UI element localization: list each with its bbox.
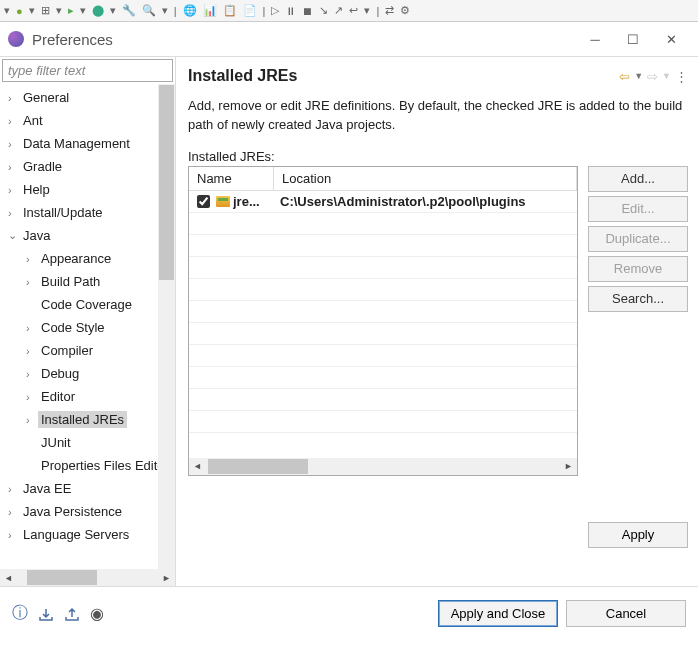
tree-item[interactable]: ›Editor [4, 385, 175, 408]
table-scrollbar-horizontal[interactable]: ◄ ► [189, 458, 577, 475]
jre-checkbox[interactable] [197, 195, 210, 208]
page-title: Installed JREs [188, 67, 619, 85]
record-icon[interactable]: ◉ [90, 604, 104, 623]
tree-item[interactable]: Code Coverage [4, 293, 175, 316]
tree-item-label: General [20, 89, 72, 106]
caret-right-icon[interactable]: › [8, 529, 20, 541]
table-label: Installed JREs: [188, 149, 688, 164]
tree-item-label: Editor [38, 388, 78, 405]
table-row [189, 345, 577, 367]
tree-item[interactable]: ›Data Management [4, 132, 175, 155]
tree-item[interactable]: ›Compiler [4, 339, 175, 362]
tree-item-label: Code Style [38, 319, 108, 336]
caret-right-icon[interactable]: › [26, 345, 38, 357]
remove-button[interactable]: Remove [588, 256, 688, 282]
table-row [189, 279, 577, 301]
column-header-location[interactable]: Location [274, 167, 577, 191]
tree-item[interactable]: ›General [4, 86, 175, 109]
tree-item-label: Appearance [38, 250, 114, 267]
table-row [189, 213, 577, 235]
tree-item-label: Language Servers [20, 526, 132, 543]
tree-item[interactable]: ›Install/Update [4, 201, 175, 224]
tree-item-label: Compiler [38, 342, 96, 359]
search-button[interactable]: Search... [588, 286, 688, 312]
maximize-button[interactable]: ☐ [614, 25, 652, 53]
tree-item[interactable]: ›Help [4, 178, 175, 201]
tree-item[interactable]: Properties Files Editor [4, 454, 175, 477]
tree-item-label: Data Management [20, 135, 133, 152]
tree-item[interactable]: ›Installed JREs [4, 408, 175, 431]
back-dropdown-icon[interactable]: ▼ [634, 71, 643, 81]
cancel-button[interactable]: Cancel [566, 600, 686, 627]
tree-item-label: Java [20, 227, 53, 244]
duplicate-button[interactable]: Duplicate... [588, 226, 688, 252]
tree-item[interactable]: ›Ant [4, 109, 175, 132]
table-row [189, 257, 577, 279]
tree-item-label: Ant [20, 112, 46, 129]
jre-icon [216, 196, 230, 207]
tree-item[interactable]: ›Appearance [4, 247, 175, 270]
tree-item[interactable]: JUnit [4, 431, 175, 454]
tree-item-label: Help [20, 181, 53, 198]
tree-item[interactable]: ⌄Java [4, 224, 175, 247]
close-button[interactable]: ✕ [652, 25, 690, 53]
forward-dropdown-icon: ▼ [662, 71, 671, 81]
apply-button[interactable]: Apply [588, 522, 688, 548]
jre-table[interactable]: Name Location jre...C:\Users\Administrat… [188, 166, 578, 476]
menu-icon[interactable]: ⋮ [675, 69, 688, 84]
tree-item[interactable]: ›Gradle [4, 155, 175, 178]
preferences-tree[interactable]: ›General›Ant›Data Management›Gradle›Help… [0, 84, 175, 546]
forward-icon: ⇨ [647, 69, 658, 84]
caret-right-icon[interactable]: › [26, 368, 38, 380]
ide-toolbar: ▾●▾⊞▾ ▸▾⬤▾ 🔧🔍▾| 🌐📊📋📄| ▷⏸⏹↘↗↩▾| ⇄⚙ [0, 0, 698, 22]
caret-right-icon[interactable]: › [8, 92, 20, 104]
tree-item[interactable]: ›Debug [4, 362, 175, 385]
caret-down-icon[interactable]: ⌄ [8, 229, 20, 242]
eclipse-icon [8, 31, 24, 47]
caret-right-icon[interactable]: › [26, 414, 38, 426]
caret-right-icon[interactable]: › [26, 391, 38, 403]
back-icon[interactable]: ⇦ [619, 69, 630, 84]
tree-item-label: Java EE [20, 480, 74, 497]
caret-right-icon[interactable]: › [8, 115, 20, 127]
caret-right-icon[interactable]: › [8, 184, 20, 196]
tree-item[interactable]: ›Java EE [4, 477, 175, 500]
caret-right-icon[interactable]: › [8, 207, 20, 219]
tree-item-label: Properties Files Editor [38, 457, 172, 474]
tree-item[interactable]: ›Build Path [4, 270, 175, 293]
caret-right-icon[interactable]: › [8, 483, 20, 495]
apply-close-button[interactable]: Apply and Close [438, 600, 558, 627]
tree-item-label: Install/Update [20, 204, 106, 221]
jre-name: jre... [233, 194, 260, 209]
caret-right-icon[interactable]: › [8, 138, 20, 150]
tree-item[interactable]: ›Code Style [4, 316, 175, 339]
import-icon[interactable] [38, 607, 54, 621]
caret-right-icon[interactable]: › [8, 161, 20, 173]
add-button[interactable]: Add... [588, 166, 688, 192]
tree-item[interactable]: ›Language Servers [4, 523, 175, 546]
table-row [189, 301, 577, 323]
edit-button[interactable]: Edit... [588, 196, 688, 222]
tree-item-label: Code Coverage [38, 296, 135, 313]
caret-right-icon[interactable]: › [26, 253, 38, 265]
tree-scrollbar-horizontal[interactable]: ◄ ► [0, 569, 175, 586]
export-icon[interactable] [64, 607, 80, 621]
caret-right-icon[interactable]: › [26, 322, 38, 334]
tree-item-label: Gradle [20, 158, 65, 175]
table-row [189, 389, 577, 411]
table-row[interactable]: jre...C:\Users\Administrator\.p2\pool\pl… [189, 191, 577, 213]
page-description: Add, remove or edit JRE definitions. By … [188, 97, 688, 135]
tree-item-label: Installed JREs [38, 411, 127, 428]
table-row [189, 323, 577, 345]
jre-location: C:\Users\Administrator\.p2\pool\plugins [274, 194, 577, 209]
help-icon[interactable]: ⓘ [12, 603, 28, 624]
minimize-button[interactable]: ─ [576, 25, 614, 53]
titlebar: Preferences ─ ☐ ✕ [0, 22, 698, 56]
table-row [189, 235, 577, 257]
filter-input[interactable]: type filter text [2, 59, 173, 82]
column-header-name[interactable]: Name [189, 167, 274, 191]
tree-item[interactable]: ›Java Persistence [4, 500, 175, 523]
caret-right-icon[interactable]: › [8, 506, 20, 518]
tree-scrollbar-vertical[interactable] [158, 84, 175, 569]
caret-right-icon[interactable]: › [26, 276, 38, 288]
